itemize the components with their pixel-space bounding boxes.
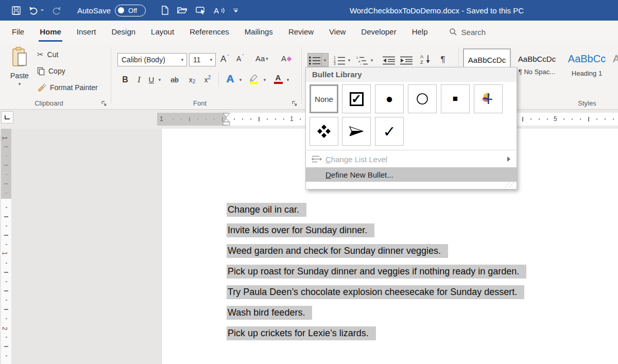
change-case-button[interactable]: Aa▾ — [255, 54, 268, 63]
todo-line[interactable]: Change oil in car. — [227, 203, 526, 217]
search-box[interactable]: Search — [449, 28, 486, 37]
text-effects-dropdown-icon[interactable]: ▾ — [237, 73, 244, 86]
styles-group-label: Styles — [559, 99, 615, 107]
decrease-indent-button[interactable] — [381, 53, 397, 67]
font-color-dropdown-icon[interactable]: ▾ — [285, 73, 291, 86]
highlight-dropdown-icon[interactable]: ▾ — [262, 73, 268, 86]
bold-button[interactable]: B — [119, 73, 131, 86]
tab-file[interactable]: File — [4, 21, 32, 43]
multilevel-list-button[interactable]: 1ai — [355, 53, 369, 67]
paste-button[interactable]: Paste ▾ — [6, 46, 33, 100]
todo-line[interactable]: Wash bird feeders. — [227, 306, 526, 320]
cut-label: Cut — [47, 50, 59, 59]
search-label: Search — [461, 28, 486, 37]
italic-button[interactable]: I — [134, 73, 144, 86]
todo-line[interactable]: Weed garden and check for Sunday dinner … — [227, 244, 526, 258]
multilevel-list-icon: 1ai — [356, 56, 368, 65]
clipboard-dialog-launcher-icon[interactable] — [101, 100, 107, 107]
todo-line[interactable]: Try Paula Deen’s chocolate explosion che… — [227, 285, 526, 299]
bullet-checkbox-option[interactable]: ✓ — [342, 84, 371, 113]
tab-home[interactable]: Home — [32, 21, 69, 43]
new-document-icon[interactable] — [160, 4, 169, 16]
mouse-mode-icon[interactable] — [195, 4, 207, 16]
undo-button[interactable] — [28, 4, 44, 16]
bullets-dropdown-icon[interactable]: ▾ — [322, 53, 329, 67]
numbering-button[interactable]: 123 — [333, 53, 346, 67]
clear-formatting-button[interactable]: A — [281, 54, 291, 63]
todo-line[interactable]: Invite kids over for Sunday dinner. — [227, 223, 526, 237]
tab-references[interactable]: References — [182, 21, 237, 43]
redo-button — [52, 4, 62, 16]
vertical-ruler[interactable]: 1 1 2 — [1, 129, 11, 364]
bullet-diamonds-option[interactable] — [310, 117, 338, 146]
font-group-label: Font — [171, 99, 228, 107]
tab-layout[interactable]: Layout — [143, 21, 182, 43]
bullet-filled-circle-option[interactable]: ● — [375, 84, 404, 113]
underline-button[interactable]: U — [146, 73, 157, 86]
todo-line[interactable]: Pick up roast for Sunday dinner and vegg… — [227, 265, 526, 279]
sort-button[interactable]: AZ — [418, 52, 433, 66]
resize-grip-icon[interactable]: ⋰⋰ — [505, 182, 514, 187]
font-size-select[interactable]: 11 ▾ — [189, 53, 216, 66]
bullet-color-star-option[interactable] — [474, 84, 503, 113]
text-effects-button[interactable]: A — [224, 72, 237, 85]
font-dialog-launcher-icon[interactable] — [291, 100, 298, 107]
font-name-select[interactable]: Calibri (Body) ▾ — [117, 53, 187, 66]
bullet-none-option[interactable]: None — [310, 84, 338, 113]
font-color-button[interactable]: A — [272, 72, 284, 85]
tab-stop-selector[interactable] — [1, 111, 13, 124]
shrink-font-button[interactable]: Aˇ — [236, 54, 244, 63]
style-no-spacing[interactable]: AaBbCcDc ¶ No Spac... — [513, 48, 561, 88]
increase-indent-button[interactable] — [399, 53, 414, 67]
bullet-filled-square-option[interactable]: ■ — [441, 84, 470, 113]
autosave-label: AutoSave — [77, 6, 111, 15]
tab-developer[interactable]: Developer — [353, 21, 404, 43]
tab-review[interactable]: Review — [281, 21, 321, 43]
indent-markers[interactable] — [222, 113, 231, 126]
vruler-number: 1 — [1, 135, 9, 141]
customize-qat-icon[interactable] — [233, 4, 238, 16]
bullet-hollow-circle-option[interactable] — [408, 84, 437, 113]
sort-icon: AZ — [419, 54, 432, 64]
font-size-dropdown-icon[interactable]: ▾ — [207, 57, 215, 62]
subscript-button[interactable]: x2 — [186, 73, 198, 86]
strikethrough-button[interactable]: ab — [168, 73, 181, 86]
cut-button[interactable]: ✂ Cut — [37, 48, 58, 61]
format-painter-button[interactable]: Format Painter — [37, 81, 98, 94]
menu-separator — [306, 150, 516, 150]
tab-insert[interactable]: Insert — [69, 21, 104, 43]
highlight-button[interactable] — [247, 72, 261, 85]
grow-font-button[interactable]: Aˆ — [220, 54, 229, 64]
four-diamonds-icon — [317, 124, 331, 138]
superscript-button[interactable]: x2 — [202, 73, 213, 86]
paste-dropdown-icon[interactable]: ▾ — [6, 81, 33, 86]
bullet-arrow-option[interactable] — [342, 117, 371, 146]
format-painter-icon — [37, 83, 46, 92]
autosave-toggle[interactable]: Off — [115, 5, 146, 16]
style-heading1[interactable]: AaBbCc Heading 1 — [563, 48, 611, 88]
read-aloud-icon[interactable]: A — [214, 4, 226, 16]
tab-help[interactable]: Help — [404, 21, 436, 43]
todo-line[interactable]: Pick up crickets for Lexie’s lizards. — [227, 326, 526, 340]
style-heading2[interactable]: A — [613, 48, 618, 88]
font-name-dropdown-icon[interactable]: ▾ — [178, 57, 186, 62]
underline-dropdown-icon[interactable]: ▾ — [157, 73, 163, 86]
bullets-icon — [308, 56, 321, 65]
multilevel-dropdown-icon[interactable]: ▾ — [369, 53, 375, 67]
show-marks-button[interactable]: ¶ — [437, 53, 449, 66]
save-icon[interactable] — [11, 4, 21, 16]
change-list-level-item[interactable]: Change List Level — [306, 152, 517, 166]
tab-mailings[interactable]: Mailings — [237, 21, 281, 43]
copy-button[interactable]: Copy — [37, 65, 65, 77]
tab-design[interactable]: Design — [104, 21, 143, 43]
open-file-icon[interactable] — [177, 4, 188, 16]
tab-view[interactable]: View — [321, 21, 353, 43]
bullets-button[interactable] — [307, 53, 322, 67]
autosave-toggle-knob — [118, 7, 124, 13]
filled-circle-icon: ● — [386, 92, 393, 106]
svg-text:1: 1 — [356, 56, 358, 59]
define-new-bullet-item[interactable]: Define New Bullet... — [306, 167, 517, 182]
undo-dropdown-icon[interactable] — [41, 9, 44, 11]
bullet-checkmark-option[interactable]: ✓ — [375, 117, 404, 146]
numbering-dropdown-icon[interactable]: ▾ — [346, 53, 352, 67]
